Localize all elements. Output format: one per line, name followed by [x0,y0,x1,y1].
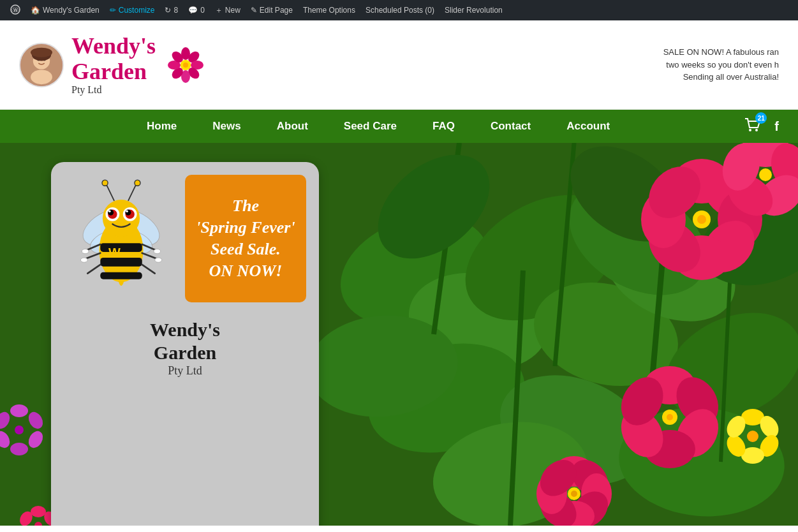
svg-point-119 [125,210,131,216]
svg-point-8 [31,47,52,57]
updates-item[interactable]: ↻ 8 [159,0,183,20]
svg-point-136 [155,258,162,262]
nav-account[interactable]: Account [549,110,628,143]
comments-icon: 💬 [188,6,198,15]
updates-icon: ↻ [165,6,171,15]
svg-point-125 [135,180,140,186]
nav-about[interactable]: About [259,110,326,143]
logo-name: Wendy's Garden [71,34,156,84]
hero-section: W [0,143,798,526]
bee-area: W [64,175,179,302]
svg-line-122 [107,185,114,201]
logo-area: Wendy's Garden Pty Ltd [19,34,205,96]
svg-point-69 [759,168,772,181]
bee-illustration: W [70,175,172,302]
nav-contact[interactable]: Contact [473,110,549,143]
svg-rect-110 [100,243,142,252]
svg-point-62 [667,414,673,420]
svg-point-96 [571,491,577,497]
svg-point-19 [183,63,188,68]
nav-seed-care[interactable]: Seed Care [326,110,415,143]
logo-subtitle: Pty Ltd [71,84,102,96]
scheduled-posts-item[interactable]: Scheduled Posts (0) [360,0,440,20]
wordpress-icon: W [10,4,20,17]
svg-point-104 [747,431,758,442]
sale-banner: SALE ON NOW! A fabulous ran two weeks so… [663,46,779,84]
sale-text-line1: SALE ON NOW! A fabulous ran [663,46,779,59]
plus-icon: ＋ [215,5,223,16]
cart-button[interactable]: 21 [744,117,762,135]
site-name-item[interactable]: 🏠 Wendy's Garden [26,0,105,20]
svg-rect-112 [100,272,142,279]
updates-count: 8 [174,6,178,15]
cart-badge: 21 [755,112,767,124]
svg-point-71 [10,404,28,417]
sale-card: W [51,162,319,526]
avatar [19,43,64,87]
svg-point-74 [10,443,28,455]
svg-point-121 [126,210,128,212]
svg-point-118 [108,210,114,216]
svg-text:W: W [108,246,121,260]
nav-news[interactable]: News [195,110,258,143]
svg-line-124 [128,185,136,201]
svg-point-79 [31,506,46,517]
new-content-item[interactable]: ＋ New [210,0,246,20]
site-header: Wendy's Garden Pty Ltd SALE ON NOW! A fa… [0,20,798,110]
svg-point-77 [15,425,24,434]
svg-rect-111 [100,258,142,267]
site-name-label: Wendy's Garden [43,6,100,15]
edit-icon: ✎ [251,6,257,15]
svg-line-132 [142,265,155,274]
scheduled-posts-label: Scheduled Posts (0) [366,6,434,15]
svg-point-123 [102,180,108,186]
main-nav: Home News About Seed Care FAQ Contact Ac… [0,110,798,143]
spring-fever-box: The 'Spring Fever' Seed Sale. ON NOW! [185,175,306,302]
customize-label: Customize [119,6,155,15]
svg-point-4 [31,70,52,84]
sale-text-line3: Sending all over Australia! [663,71,779,84]
facebook-icon[interactable]: f [768,119,785,134]
customize-icon: ✏ [110,6,116,15]
card-brand-subtitle: Pty Ltd [150,364,220,378]
nav-home[interactable]: Home [129,110,195,143]
logo-flower-icon [166,46,205,84]
nav-links: Home News About Seed Care FAQ Contact Ac… [13,110,744,143]
svg-line-131 [142,253,158,259]
theme-options-label: Theme Options [303,6,355,15]
nav-icons: 21 f [744,117,785,135]
theme-options-item[interactable]: Theme Options [298,0,360,20]
svg-point-53 [697,215,706,224]
logo-text: Wendy's Garden Pty Ltd [71,34,156,96]
comments-item[interactable]: 💬 0 [183,0,210,20]
card-brand-name: Wendy's Garden [150,318,220,364]
spring-fever-text: The 'Spring Fever' Seed Sale. ON NOW! [196,195,295,281]
svg-point-135 [154,249,161,253]
svg-point-133 [82,249,89,253]
edit-page-item[interactable]: ✎ Edit Page [246,0,298,20]
svg-line-129 [87,265,100,274]
home-icon: 🏠 [31,6,40,15]
comments-count: 0 [200,6,205,15]
new-label: New [225,6,240,15]
sale-text-line2: two weeks so you don't even h [663,59,779,71]
svg-point-21 [755,129,758,131]
svg-point-134 [80,258,87,262]
svg-text:W: W [13,8,18,12]
slider-revolution-item[interactable]: Slider Revolution [440,0,508,20]
admin-bar: W 🏠 Wendy's Garden ✏ Customize ↻ 8 💬 0 ＋… [0,0,798,20]
svg-line-128 [85,253,101,259]
nav-faq[interactable]: FAQ [415,110,473,143]
card-brand: Wendy's Garden Pty Ltd [150,318,220,378]
svg-point-120 [108,210,111,212]
slider-revolution-label: Slider Revolution [445,6,503,15]
customize-item[interactable]: ✏ Customize [105,0,160,20]
svg-point-20 [749,129,751,131]
sale-card-top: W [64,175,306,302]
wp-logo-item[interactable]: W [5,0,26,20]
edit-page-label: Edit Page [260,6,293,15]
